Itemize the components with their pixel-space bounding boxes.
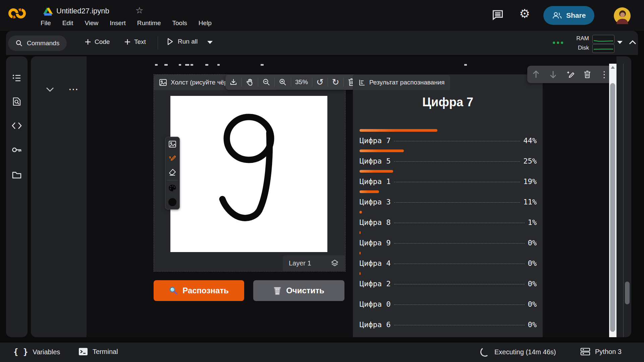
notebook-scrollbar-thumb[interactable] [625, 282, 630, 304]
add-text-label: Text [134, 38, 146, 46]
recognize-label: Распознать [182, 286, 229, 295]
pan-hand-icon[interactable] [242, 74, 258, 90]
output-scrollbar-up-arrow[interactable] [610, 66, 615, 69]
collapse-toolbar-icon[interactable] [629, 40, 637, 45]
secrets-key-icon[interactable] [6, 142, 28, 158]
result-row: Цифра 119% [360, 170, 537, 190]
run-menu-caret-icon[interactable] [207, 41, 213, 44]
black-color-swatch[interactable] [165, 195, 179, 209]
cell-toolbar: ⋮ [527, 66, 613, 83]
avatar[interactable] [614, 7, 631, 24]
toolbar: Commands Code Text Run all RAM Disk [6, 31, 638, 55]
redo-icon[interactable]: ↻ [328, 74, 343, 90]
layers-icon[interactable] [331, 259, 339, 267]
code-snippets-icon[interactable] [6, 118, 28, 133]
resources-caret-icon[interactable] [617, 41, 623, 44]
probability-bar [360, 231, 361, 234]
generate-with-ai-icon[interactable] [561, 66, 579, 83]
digit-label: Цифра 3 [360, 198, 391, 206]
menu-bar: File Edit View Insert Runtime Tools Help [41, 19, 212, 27]
canvas-tool-palette [165, 137, 180, 209]
braces-icon: { } [13, 347, 28, 357]
probability-bar [360, 149, 404, 152]
zoom-level[interactable]: 35% [291, 74, 312, 90]
terminal-button[interactable]: Terminal [78, 347, 118, 356]
menu-runtime[interactable]: Runtime [137, 19, 161, 27]
cell-options-dots-icon[interactable]: ⋯ [68, 83, 79, 95]
colab-logo-icon[interactable] [8, 5, 26, 21]
runtime-type-button[interactable]: Python 3 [580, 347, 622, 356]
files-folder-icon[interactable] [6, 167, 28, 182]
execution-status[interactable]: Executing (14m 46s) [480, 347, 556, 357]
undo-icon[interactable]: ↺ [312, 74, 328, 90]
recognize-button[interactable]: Распознать [154, 280, 244, 301]
canvas-tab-label: Холст (рисуйте чёрным [171, 79, 228, 86]
download-icon[interactable] [225, 74, 241, 90]
zoom-in-icon[interactable] [275, 74, 291, 90]
pencil-tool-icon-active[interactable] [165, 151, 179, 165]
clear-button[interactable]: Очистить [253, 280, 344, 301]
comments-button[interactable] [492, 9, 504, 21]
probability-bar [360, 170, 393, 173]
delete-cell-icon[interactable] [579, 66, 596, 83]
star-icon[interactable]: ☆ [136, 5, 143, 15]
share-label: Share [566, 11, 586, 19]
commands-label: Commands [27, 40, 59, 47]
digit-label: Цифра 7 [360, 136, 391, 145]
run-all-button[interactable]: Run all [166, 38, 198, 46]
menu-view[interactable]: View [85, 19, 98, 27]
menu-help[interactable]: Help [199, 19, 212, 27]
terminal-icon [78, 347, 88, 356]
zoom-out-icon[interactable] [258, 74, 274, 90]
add-text-button[interactable]: Text [124, 38, 146, 46]
menu-edit[interactable]: Edit [62, 19, 73, 27]
add-code-button[interactable]: Code [85, 38, 110, 46]
disk-usage-sparkline[interactable] [592, 44, 614, 53]
notebook-title[interactable]: Untitled27.ipynb [56, 7, 109, 15]
canvas-toolbar: 35% ↺ ↻ [225, 74, 359, 90]
results-tab-label: Результат распознавания [369, 79, 445, 86]
drive-icon [43, 7, 53, 16]
layer-label[interactable]: Layer 1 [289, 259, 311, 267]
eraser-tool-icon[interactable] [165, 165, 179, 179]
color-palette-icon[interactable] [165, 181, 179, 195]
move-cell-up-icon[interactable] [527, 66, 544, 83]
insert-image-tool-icon[interactable] [165, 137, 179, 151]
commands-button[interactable]: Commands [8, 36, 67, 51]
menu-insert[interactable]: Insert [110, 19, 126, 27]
predicted-digit-title: Цифра 7 [353, 95, 543, 109]
python-version-label: Python 3 [595, 348, 622, 356]
settings-gear-icon[interactable]: ⚙ [519, 7, 530, 20]
ram-usage-sparkline[interactable] [592, 35, 614, 44]
layer-bar: Layer 1 [283, 255, 345, 271]
toolbar-divider [158, 36, 158, 50]
menu-file[interactable]: File [41, 19, 51, 27]
move-cell-down-icon[interactable] [544, 66, 561, 83]
result-row: Цифра 525% [360, 149, 537, 170]
digit-label: Цифра 8 [360, 218, 391, 227]
run-all-label: Run all [178, 38, 198, 45]
digit-label: Цифра 0 [360, 300, 391, 308]
variables-button[interactable]: { } Variables [13, 347, 60, 357]
output-scrollbar-thumb[interactable] [610, 83, 615, 332]
menu-tools[interactable]: Tools [172, 19, 187, 27]
digit-percent: 0% [528, 239, 537, 247]
table-of-contents-icon[interactable] [6, 70, 28, 86]
connected-dots-icon[interactable] [553, 42, 563, 44]
find-replace-icon[interactable] [6, 94, 28, 109]
result-row: Цифра 00% [360, 293, 537, 313]
result-row: Цифра 81% [360, 211, 537, 231]
share-button[interactable]: Share [543, 6, 594, 25]
probability-bar [360, 211, 362, 214]
probability-bar [360, 129, 437, 132]
digit-percent: 0% [528, 259, 537, 267]
add-code-label: Code [95, 38, 110, 46]
collapse-cell-chevron-icon[interactable] [46, 86, 54, 93]
plus-icon [124, 39, 131, 45]
terminal-label: Terminal [93, 348, 118, 356]
drawing-canvas[interactable] [170, 96, 327, 252]
search-icon [15, 40, 23, 47]
digit-percent: 25% [523, 157, 537, 165]
result-row: Цифра 40% [360, 252, 537, 272]
image-icon [159, 79, 167, 86]
